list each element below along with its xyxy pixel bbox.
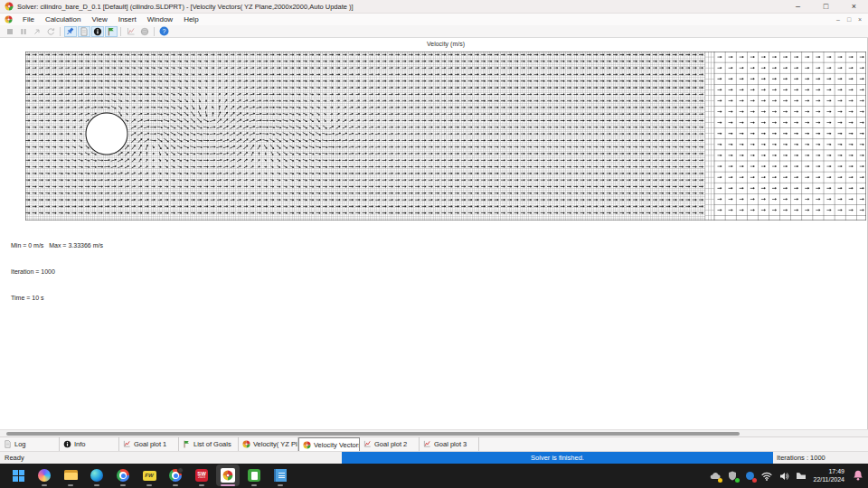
mdi-restore-icon[interactable]: □ <box>844 16 854 23</box>
menu-view[interactable]: View <box>86 14 112 25</box>
toolbar-separator <box>154 27 155 36</box>
menu-calculation[interactable]: Calculation <box>40 14 87 25</box>
goals-flag-icon <box>183 440 191 448</box>
solidworks-button[interactable]: SW2023 <box>190 465 213 486</box>
pause-icon <box>19 27 28 36</box>
close-icon[interactable]: × <box>840 0 868 14</box>
log-document-icon <box>80 27 89 36</box>
clock-date: 22/11/2024 <box>813 476 844 484</box>
goal-plot-icon <box>123 440 131 448</box>
menu-insert[interactable]: Insert <box>113 14 142 25</box>
document-menu-icon[interactable] <box>5 15 13 23</box>
tab-goal-plot-1[interactable]: Goal plot 1 <box>119 437 179 451</box>
volume-icon[interactable] <box>778 471 789 482</box>
title-bar: Solver: cilindro_bare_D_0.1 [Default] (c… <box>0 0 868 14</box>
windows-taskbar: FW SW2023 <box>0 464 868 488</box>
copilot-icon <box>38 469 51 482</box>
copilot-button[interactable] <box>33 465 56 486</box>
onedrive-tray-icon[interactable] <box>710 471 721 482</box>
preview-button[interactable] <box>138 26 151 37</box>
tab-label: Velocity( YZ Pla <box>253 440 298 448</box>
info-toggle-button[interactable] <box>91 26 104 37</box>
notification-bell-icon[interactable] <box>854 470 863 481</box>
sphere-icon <box>140 27 149 36</box>
log-document-icon <box>4 440 12 448</box>
flow-plot-icon <box>303 441 311 449</box>
solver-progress-bar: Solver is finished. <box>342 452 773 464</box>
chrome-profile-button[interactable] <box>164 465 187 486</box>
tray-overflow-icon[interactable] <box>796 471 807 482</box>
tab-label: Goal plot 1 <box>134 440 166 448</box>
mdi-minimize-icon[interactable]: – <box>833 16 844 23</box>
clock-time: 17:49 <box>813 468 844 476</box>
stat-time: Time = 10 s <box>11 294 103 303</box>
taskbar-clock[interactable]: 17:49 22/11/2024 <box>813 468 844 483</box>
stop-icon <box>5 27 14 36</box>
tab-goal-plot-2[interactable]: Goal plot 2 <box>360 437 420 451</box>
mdi-window-controls: – □ × <box>833 14 865 25</box>
tab-velocity-yz-plane[interactable]: Velocity( YZ Pla <box>239 437 298 451</box>
help-icon: ? <box>159 26 169 36</box>
menu-file[interactable]: File <box>17 14 40 25</box>
goals-flag-icon <box>107 27 116 36</box>
ok-badge <box>735 478 740 483</box>
goal-plot-button[interactable] <box>125 26 137 37</box>
start-button[interactable] <box>6 465 30 486</box>
vector-plot-canvas <box>25 52 866 221</box>
wifi-icon[interactable] <box>761 471 772 482</box>
error-badge <box>752 478 757 483</box>
system-tray <box>710 464 807 488</box>
security-tray-icon[interactable] <box>727 471 738 482</box>
pin-button[interactable] <box>64 26 77 37</box>
svg-text:?: ? <box>163 28 166 35</box>
chrome-button[interactable] <box>111 465 135 486</box>
window-controls: – □ × <box>784 0 868 14</box>
flow-plot-icon <box>242 440 250 448</box>
profile-badge <box>177 467 184 474</box>
refresh-icon <box>46 27 55 36</box>
stat-iteration: Iteration = 1000 <box>11 267 103 277</box>
tab-velocity-vectors[interactable]: Velocity Vectors <box>298 437 360 451</box>
mdi-close-icon[interactable]: × <box>854 16 865 23</box>
chrome-icon <box>117 469 129 482</box>
tab-list-of-goals[interactable]: List of Goals <box>179 437 239 451</box>
fw-app-icon: FW <box>143 471 156 481</box>
horizontal-scrollbar[interactable] <box>0 429 868 436</box>
tab-label: Goal plot 3 <box>434 440 467 448</box>
status-bar: Ready Solver is finished. Iterations : 1… <box>0 451 868 464</box>
solidworks-icon: SW2023 <box>195 469 208 482</box>
maximize-icon[interactable]: □ <box>812 0 840 14</box>
result-tabs: Log Info Goal plot 1 List of Goals Veloc… <box>0 436 868 451</box>
chrome-profile-icon <box>169 469 182 482</box>
windows-start-icon <box>13 470 24 482</box>
refresh-button[interactable] <box>44 26 57 37</box>
tab-goal-plot-3[interactable]: Goal plot 3 <box>420 437 479 451</box>
stop-button[interactable] <box>4 26 16 37</box>
log-toggle-button[interactable] <box>78 26 90 37</box>
tab-log[interactable]: Log <box>0 437 60 451</box>
solver-toolbar: ? <box>0 25 868 38</box>
goals-toggle-button[interactable] <box>105 26 118 37</box>
menu-help[interactable]: Help <box>178 14 203 25</box>
notes-app-button[interactable] <box>269 465 292 486</box>
tab-label: Info <box>74 440 86 448</box>
file-explorer-icon <box>64 470 78 481</box>
tab-label: Goal plot 2 <box>374 440 407 448</box>
plot-stats: Min = 0 m/s Max = 3.33366 m/s Iteration … <box>11 224 103 320</box>
sync-tray-icon[interactable] <box>744 471 755 482</box>
scrollbar-thumb[interactable] <box>6 432 740 436</box>
toolbar-separator <box>120 27 121 36</box>
fw-app-button[interactable]: FW <box>137 465 161 486</box>
run-button[interactable] <box>31 26 43 37</box>
tab-info[interactable]: Info <box>60 437 119 451</box>
calc-app-button[interactable] <box>242 465 266 486</box>
minimize-icon[interactable]: – <box>784 0 812 14</box>
flow-simulation-solver-button[interactable] <box>216 465 240 486</box>
edge-button[interactable] <box>85 465 108 486</box>
help-button[interactable]: ? <box>158 26 171 37</box>
tab-label: List of Goals <box>193 440 231 448</box>
menu-window[interactable]: Window <box>142 14 178 25</box>
alert-badge <box>718 478 722 483</box>
pause-button[interactable] <box>17 26 30 37</box>
file-explorer-button[interactable] <box>59 465 82 486</box>
